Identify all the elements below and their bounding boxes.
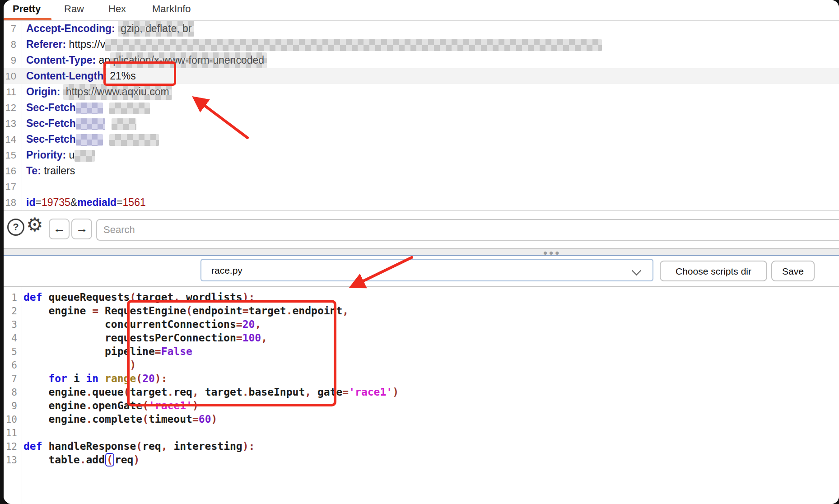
save-button[interactable]: Save (771, 261, 815, 281)
code-token: req (173, 386, 192, 398)
python-script-editor[interactable]: 1def queueRequests(target, wordlists):2 … (4, 287, 839, 504)
code-token: endpoint (192, 305, 242, 317)
code-line: 9 engine.openGate('race1') (4, 399, 839, 412)
code-token: ): (155, 373, 168, 384)
code-token: . (80, 454, 86, 466)
request-line: 17 (4, 179, 839, 195)
code-token: concurrentConnections (23, 318, 236, 330)
line-number: 1 (4, 291, 17, 304)
line-number: 7 (4, 372, 17, 386)
request-line: 10Content-Length: 21%s (4, 68, 839, 84)
redacted-blur (105, 39, 602, 51)
request-line: 13Sec-Fetch (4, 116, 839, 131)
redacted-blur-text: gzip, deflate, br (118, 21, 194, 37)
line-number: 9 (4, 52, 16, 68)
code-token: ( (142, 400, 149, 411)
code-token: req (142, 440, 161, 452)
redacted-blur-text: https://www.aqxiu.com (63, 84, 172, 100)
line-number: 10 (4, 68, 16, 84)
tab-hex[interactable]: Hex (108, 3, 126, 15)
matched-bracket: ( (105, 453, 114, 467)
redacted-blur (76, 134, 103, 146)
code-token: for (48, 373, 67, 384)
code-line: 2 engine = RequestEngine(endpoint=target… (4, 304, 839, 317)
code-token: handleResponse (42, 440, 136, 452)
message-editor-tabbar: Pretty Raw Hex MarkInfo (4, 0, 839, 21)
redacted-blur (109, 103, 150, 114)
gutter-separator (22, 287, 22, 504)
search-input[interactable] (96, 219, 839, 241)
code-token: ( (130, 291, 136, 303)
gear-icon[interactable]: ⚙ (26, 214, 43, 236)
help-icon[interactable]: ? (7, 219, 24, 236)
previous-button[interactable]: ← (49, 219, 70, 239)
code-token: requestsPerConnection (23, 332, 236, 344)
code-token: = (342, 386, 349, 398)
code-token: engine (23, 413, 86, 425)
choose-scripts-dir-button[interactable]: Choose scripts dir (660, 261, 767, 281)
code-token: = (155, 345, 161, 357)
code-line: 7 for i in range(20): (4, 372, 839, 385)
code-token: ): (242, 440, 255, 452)
code-token: ( (136, 440, 142, 452)
code-token: def (23, 440, 42, 452)
code-token: ) (392, 386, 399, 398)
redacted-blur (76, 118, 105, 130)
request-text: Priority: (26, 149, 66, 161)
code-token: 60 (199, 413, 211, 425)
next-button[interactable]: → (71, 219, 92, 239)
code-token: , (173, 291, 180, 303)
code-token: target (199, 386, 242, 398)
request-line: 9Content-Type: application/x-www-form-un… (4, 52, 839, 68)
code-token: in (86, 373, 98, 384)
code-token: wordlists (180, 291, 242, 303)
redacted-blur (75, 150, 95, 162)
redacted-blur (76, 103, 103, 114)
line-number: 2 (4, 304, 17, 318)
line-number: 11 (4, 426, 17, 440)
code-token: False (161, 345, 192, 357)
line-number: 4 (4, 331, 17, 345)
request-editor[interactable]: 7Accept-Encoding: gzip, deflate, br8Refe… (4, 21, 839, 210)
code-token: ) (192, 400, 199, 411)
code-token: 20 (242, 318, 255, 330)
code-token: = (236, 318, 242, 330)
request-text: & (70, 196, 77, 208)
tab-raw[interactable]: Raw (64, 3, 84, 15)
line-number: 12 (4, 100, 16, 116)
script-dropdown[interactable]: race.py (200, 259, 653, 281)
request-text: id (26, 196, 35, 208)
pane-splitter[interactable]: ••• (4, 248, 839, 256)
chevron-down-icon (632, 266, 641, 275)
line-number: 11 (4, 84, 16, 100)
code-token: , (192, 386, 199, 398)
code-token: ) (211, 413, 217, 425)
code-line: 13 table.add(req) (4, 453, 839, 467)
line-number: 18 (4, 195, 16, 210)
line-number: 15 (4, 147, 16, 163)
line-number: 13 (4, 116, 16, 131)
code-token: 100 (242, 332, 261, 344)
code-token: range (98, 373, 136, 384)
request-text: 19735 (42, 196, 70, 208)
editor-toolbar: ? ⚙ ← → (4, 210, 839, 249)
code-line: 1def queueRequests(target, wordlists): (4, 290, 839, 304)
tab-markinfo[interactable]: MarkInfo (152, 3, 191, 15)
line-number: 8 (4, 386, 17, 399)
code-token: , (261, 332, 267, 344)
tab-pretty[interactable]: Pretty (13, 3, 41, 15)
line-number: 17 (4, 179, 16, 195)
request-text: Referer: (26, 38, 66, 50)
code-line: 10 engine.complete(timeout=60) (4, 412, 839, 426)
code-line: 8 engine.queue(target.req, target.baseIn… (4, 385, 839, 399)
request-text: 1561 (123, 196, 146, 208)
code-token: gate (311, 386, 342, 398)
code-token: timeout (149, 413, 192, 425)
request-text: Sec-Fetch (26, 133, 76, 145)
code-token: , (305, 386, 311, 398)
active-tab-underline (4, 18, 51, 20)
code-token: baseInput (249, 386, 305, 398)
request-line: 8Referer: https://v (4, 37, 839, 52)
turbo-intruder-scripts-bar: race.py Choose scripts dir Save (4, 256, 839, 287)
code-token: . (286, 305, 293, 317)
